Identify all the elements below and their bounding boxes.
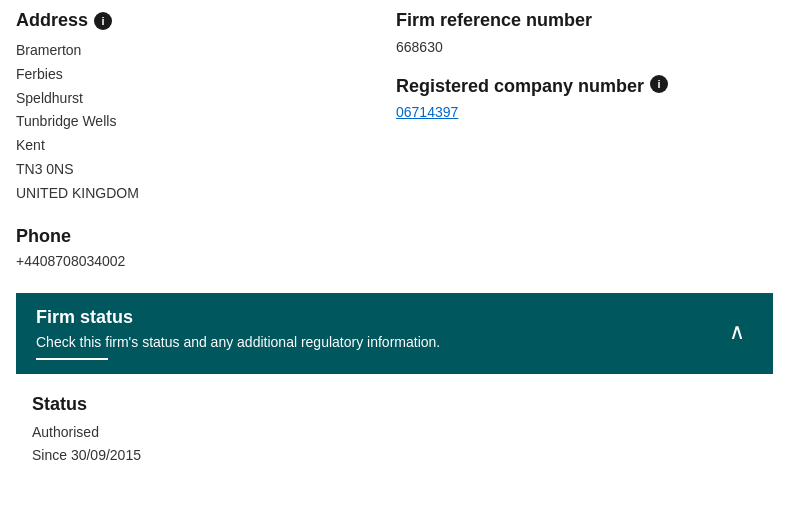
left-column: Address i Bramerton Ferbies Speldhurst T…: [16, 10, 396, 269]
address-info-icon[interactable]: i: [94, 12, 112, 30]
main-container: Address i Bramerton Ferbies Speldhurst T…: [0, 0, 789, 468]
status-authorised: Authorised: [32, 421, 757, 445]
firm-status-banner[interactable]: Firm status Check this firm's status and…: [16, 293, 773, 374]
firm-status-banner-title: Firm status: [36, 307, 440, 328]
status-since: Since 30/09/2015: [32, 444, 757, 468]
registered-company-info-icon[interactable]: i: [650, 75, 668, 93]
registered-company-title-text: Registered company number: [396, 75, 644, 98]
registered-company-title: Registered company number i: [396, 75, 773, 98]
firm-status-banner-description: Check this firm's status and any additio…: [36, 334, 440, 350]
registered-company-section: Registered company number i 06714397: [396, 75, 773, 120]
firm-reference-title-text: Firm reference number: [396, 10, 592, 31]
phone-section: Phone +4408708034002: [16, 226, 376, 269]
address-line-2: Ferbies: [16, 63, 376, 87]
right-column: Firm reference number 668630 Registered …: [396, 10, 773, 269]
registered-company-link[interactable]: 06714397: [396, 104, 773, 120]
address-line-4: Tunbridge Wells: [16, 110, 376, 134]
address-title-text: Address: [16, 10, 88, 31]
address-line-7: UNITED KINGDOM: [16, 182, 376, 206]
status-value: Authorised Since 30/09/2015: [32, 421, 757, 469]
phone-value: +4408708034002: [16, 253, 376, 269]
status-section: Status Authorised Since 30/09/2015: [16, 394, 773, 469]
firm-status-banner-content: Firm status Check this firm's status and…: [36, 307, 440, 360]
address-line-3: Speldhurst: [16, 87, 376, 111]
address-lines: Bramerton Ferbies Speldhurst Tunbridge W…: [16, 39, 376, 206]
firm-status-underline: [36, 358, 108, 360]
address-section-title: Address i: [16, 10, 376, 31]
address-line-1: Bramerton: [16, 39, 376, 63]
firm-reference-number: 668630: [396, 39, 773, 55]
firm-reference-section: Firm reference number 668630: [396, 10, 773, 55]
firm-reference-title: Firm reference number: [396, 10, 773, 31]
address-line-5: Kent: [16, 134, 376, 158]
chevron-up-icon: ∧: [729, 321, 753, 345]
phone-label: Phone: [16, 226, 376, 247]
info-columns: Address i Bramerton Ferbies Speldhurst T…: [16, 10, 773, 269]
status-label: Status: [32, 394, 757, 415]
address-line-6: TN3 0NS: [16, 158, 376, 182]
